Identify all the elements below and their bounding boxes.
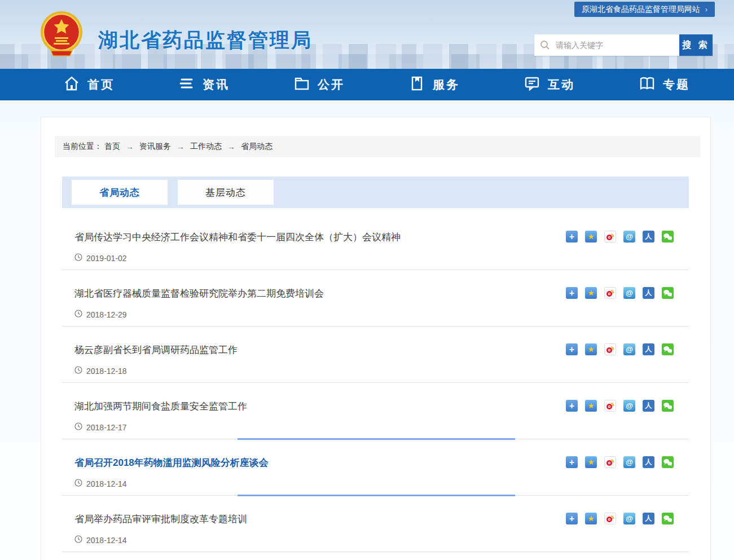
news-list-item: 湖北加强两节期间食盐质量安全监管工作 2018-12-17 + ★ @ 人 <box>62 383 689 439</box>
sina-weibo-share-icon[interactable] <box>604 287 616 299</box>
news-list-item: 省局传达学习中央经济工作会议精神和省委十一届四次全体（扩大）会议精神 2019-… <box>62 214 689 270</box>
folder-icon <box>293 75 310 94</box>
share-bar: + ★ @ 人 <box>559 456 674 468</box>
nav-item-interaction[interactable]: 互动 <box>524 75 575 94</box>
nav-item-services[interactable]: 服务 <box>408 75 460 94</box>
share-more-icon[interactable]: + <box>566 287 578 299</box>
nav-label: 服务 <box>433 77 460 92</box>
open-book-icon <box>639 75 656 94</box>
qzone-share-icon[interactable]: ★ <box>585 400 597 412</box>
wechat-share-icon[interactable] <box>662 343 674 355</box>
arrow-separator: → <box>126 142 134 151</box>
news-date: 2018-12-14 <box>74 479 689 488</box>
tencent-weibo-share-icon[interactable]: @ <box>623 343 635 355</box>
news-date: 2018-12-14 <box>74 535 689 545</box>
tab-provincial-dynamics[interactable]: 省局动态 <box>72 180 168 205</box>
renren-share-icon[interactable]: 人 <box>643 456 654 468</box>
news-title-link[interactable]: 杨云彦副省长到省局调研药品监管工作 <box>74 343 238 356</box>
wechat-share-icon[interactable] <box>662 456 674 468</box>
renren-share-icon[interactable]: 人 <box>643 287 654 299</box>
news-title-link[interactable]: 省局召开2018年药物滥用监测风险分析座谈会 <box>74 456 269 469</box>
qzone-share-icon[interactable]: ★ <box>585 287 597 299</box>
news-date-text: 2018-12-14 <box>86 479 127 488</box>
search-icon <box>534 34 556 56</box>
wechat-share-icon[interactable] <box>662 513 674 524</box>
news-title-link[interactable]: 湖北加强两节期间食盐质量安全监管工作 <box>74 400 247 413</box>
nav-label: 公开 <box>318 77 345 92</box>
renren-share-icon[interactable]: 人 <box>643 400 654 412</box>
nav-item-topics[interactable]: 专题 <box>639 75 690 94</box>
news-date: 2018-12-17 <box>74 422 689 432</box>
site-title: 湖北省药品监督管理局 <box>98 27 313 54</box>
share-more-icon[interactable]: + <box>566 513 578 524</box>
nav-item-home[interactable]: 首页 <box>63 75 115 94</box>
old-site-link-label: 原湖北省食品药品监督管理局网站 <box>582 5 700 15</box>
nav-item-news[interactable]: 资讯 <box>178 75 230 94</box>
news-title-link[interactable]: 省局传达学习中央经济工作会议精神和省委十一届四次全体（扩大）会议精神 <box>74 231 401 244</box>
search-input[interactable] <box>556 34 679 56</box>
sina-weibo-share-icon[interactable] <box>604 456 616 468</box>
content-card: 当前位置： 首页 → 资讯服务 → 工作动态 → 省局动态 省局动态 基层动态 … <box>41 117 711 560</box>
list-icon <box>178 75 195 94</box>
nav-label: 资讯 <box>203 77 230 92</box>
arrow-separator: → <box>177 142 184 151</box>
wechat-share-icon[interactable] <box>662 287 674 299</box>
sina-weibo-share-icon[interactable] <box>604 343 616 355</box>
search-button[interactable]: 搜 索 <box>679 34 713 56</box>
renren-share-icon[interactable]: 人 <box>643 513 654 524</box>
renren-share-icon[interactable]: 人 <box>643 343 654 355</box>
tab-grassroots-dynamics[interactable]: 基层动态 <box>178 180 274 205</box>
wechat-share-icon[interactable] <box>662 231 674 242</box>
nav-label: 专题 <box>663 77 690 92</box>
site-brand: 湖北省药品监督管理局 <box>39 9 313 62</box>
site-header: 原湖北省食品药品监督管理局网站 › 湖北省药品监督管理局 搜 索 <box>0 0 734 69</box>
chevron-right-icon: › <box>705 5 707 14</box>
clock-icon <box>74 479 82 488</box>
qzone-share-icon[interactable]: ★ <box>585 456 597 468</box>
wechat-share-icon[interactable] <box>662 400 674 412</box>
share-more-icon[interactable]: + <box>566 343 578 355</box>
breadcrumb-item-home[interactable]: 首页 <box>104 142 120 152</box>
nav-label: 互动 <box>548 77 575 92</box>
share-more-icon[interactable]: + <box>566 231 578 242</box>
nav-item-disclosure[interactable]: 公开 <box>293 75 345 94</box>
qzone-share-icon[interactable]: ★ <box>585 343 597 355</box>
breadcrumb-item-work-dynamics[interactable]: 工作动态 <box>190 142 222 152</box>
breadcrumb-item-news-service[interactable]: 资讯服务 <box>139 142 171 152</box>
old-site-link[interactable]: 原湖北省食品药品监督管理局网站 › <box>574 2 715 17</box>
row-divider <box>62 552 689 552</box>
tencent-weibo-share-icon[interactable]: @ <box>623 456 635 468</box>
news-date: 2018-12-18 <box>74 366 689 376</box>
nav-label: 首页 <box>87 77 115 92</box>
sina-weibo-share-icon[interactable] <box>604 231 616 242</box>
breadcrumb-item-provincial-dynamics[interactable]: 省局动态 <box>241 142 272 152</box>
tencent-weibo-share-icon[interactable]: @ <box>623 287 635 299</box>
bookmark-icon <box>408 75 425 94</box>
news-list-item: 省局举办药品审评审批制度改革专题培训 2018-12-14 + ★ @ 人 <box>62 496 689 552</box>
share-bar: + ★ @ 人 <box>559 231 674 242</box>
news-list-item: 湖北省医疗器械质量监督检验研究院举办第二期免费培训会 2018-12-29 + … <box>62 270 689 327</box>
news-date-text: 2018-12-29 <box>86 310 127 319</box>
share-bar: + ★ @ 人 <box>559 400 674 412</box>
renren-share-icon[interactable]: 人 <box>643 231 654 242</box>
clock-icon <box>74 253 82 263</box>
tencent-weibo-share-icon[interactable]: @ <box>623 231 635 242</box>
news-date-text: 2018-12-17 <box>86 423 127 432</box>
tencent-weibo-share-icon[interactable]: @ <box>623 400 635 412</box>
share-more-icon[interactable]: + <box>566 456 578 468</box>
qzone-share-icon[interactable]: ★ <box>585 513 597 524</box>
news-title-link[interactable]: 湖北省医疗器械质量监督检验研究院举办第二期免费培训会 <box>74 287 324 300</box>
clock-icon <box>74 422 82 432</box>
breadcrumb-label: 当前位置： <box>63 142 102 152</box>
share-more-icon[interactable]: + <box>566 400 578 412</box>
clock-icon <box>74 535 82 545</box>
news-list-item: 省局召开2018年药物滥用监测风险分析座谈会 2018-12-14 + ★ @ … <box>62 439 689 496</box>
clock-icon <box>74 310 82 319</box>
sina-weibo-share-icon[interactable] <box>604 513 616 524</box>
news-title-link[interactable]: 省局举办药品审评审批制度改革专题培训 <box>74 513 247 526</box>
sina-weibo-share-icon[interactable] <box>604 400 616 412</box>
chat-bubble-icon <box>524 75 540 94</box>
main-nav: 首页 资讯 公开 服务 互动 <box>0 69 734 100</box>
tencent-weibo-share-icon[interactable]: @ <box>623 513 635 524</box>
qzone-share-icon[interactable]: ★ <box>585 231 597 242</box>
